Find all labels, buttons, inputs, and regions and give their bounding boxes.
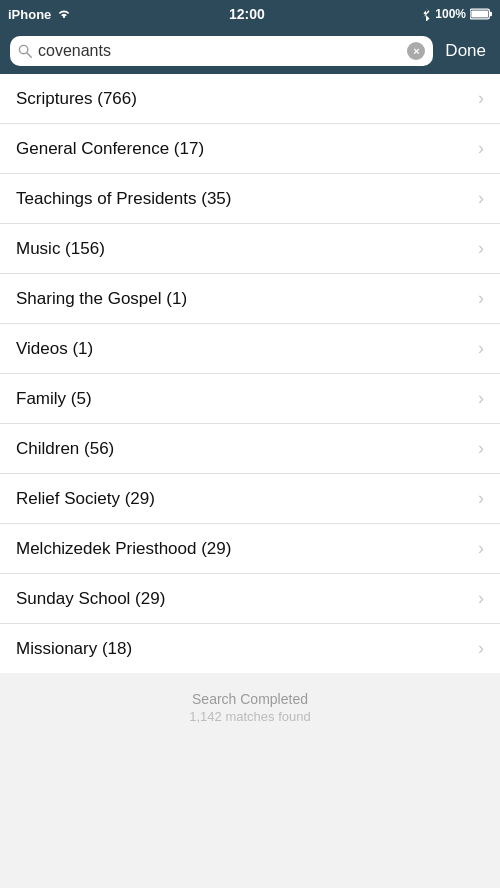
- battery-percentage: 100%: [435, 7, 466, 21]
- chevron-right-icon: ›: [478, 488, 484, 509]
- search-input-wrapper: ×: [10, 36, 433, 66]
- chevron-right-icon: ›: [478, 638, 484, 659]
- chevron-right-icon: ›: [478, 238, 484, 259]
- list-item[interactable]: Melchizedek Priesthood (29) ›: [0, 524, 500, 574]
- wifi-icon: [56, 8, 72, 20]
- status-right: 100%: [421, 7, 492, 21]
- bluetooth-icon: [421, 7, 431, 21]
- list-item-label: Scriptures (766): [16, 89, 137, 109]
- status-bar: iPhone 12:00 100%: [0, 0, 500, 28]
- list-item-label: Family (5): [16, 389, 92, 409]
- list-item-label: Children (56): [16, 439, 114, 459]
- chevron-right-icon: ›: [478, 288, 484, 309]
- list-item[interactable]: Children (56) ›: [0, 424, 500, 474]
- chevron-right-icon: ›: [478, 338, 484, 359]
- list-item-label: Videos (1): [16, 339, 93, 359]
- list-item[interactable]: Relief Society (29) ›: [0, 474, 500, 524]
- search-bar: × Done: [0, 28, 500, 74]
- list-item[interactable]: Videos (1) ›: [0, 324, 500, 374]
- list-item-label: Sunday School (29): [16, 589, 165, 609]
- list-item[interactable]: Sharing the Gospel (1) ›: [0, 274, 500, 324]
- status-left: iPhone: [8, 7, 72, 22]
- list-item[interactable]: Family (5) ›: [0, 374, 500, 424]
- search-clear-button[interactable]: ×: [407, 42, 425, 60]
- battery-icon: [470, 8, 492, 20]
- status-time: 12:00: [229, 6, 265, 22]
- list-item-label: Relief Society (29): [16, 489, 155, 509]
- chevron-right-icon: ›: [478, 438, 484, 459]
- search-icon: [18, 44, 32, 58]
- svg-point-3: [19, 45, 27, 53]
- svg-rect-2: [471, 10, 488, 17]
- done-button[interactable]: Done: [441, 41, 490, 61]
- footer-title: Search Completed: [10, 691, 490, 707]
- chevron-right-icon: ›: [478, 388, 484, 409]
- list-item[interactable]: Teachings of Presidents (35) ›: [0, 174, 500, 224]
- list-item[interactable]: Music (156) ›: [0, 224, 500, 274]
- carrier-label: iPhone: [8, 7, 51, 22]
- list-item-label: Missionary (18): [16, 639, 132, 659]
- svg-rect-1: [490, 12, 492, 16]
- list-item-label: Music (156): [16, 239, 105, 259]
- list-item-label: Melchizedek Priesthood (29): [16, 539, 231, 559]
- search-results-list: Scriptures (766) › General Conference (1…: [0, 74, 500, 673]
- footer-subtitle: 1,142 matches found: [10, 709, 490, 724]
- list-item-label: Teachings of Presidents (35): [16, 189, 231, 209]
- list-item-label: Sharing the Gospel (1): [16, 289, 187, 309]
- chevron-right-icon: ›: [478, 538, 484, 559]
- list-item[interactable]: General Conference (17) ›: [0, 124, 500, 174]
- list-item[interactable]: Sunday School (29) ›: [0, 574, 500, 624]
- svg-line-4: [27, 53, 31, 57]
- chevron-right-icon: ›: [478, 188, 484, 209]
- chevron-right-icon: ›: [478, 88, 484, 109]
- chevron-right-icon: ›: [478, 588, 484, 609]
- search-input[interactable]: [38, 42, 401, 60]
- search-footer: Search Completed 1,142 matches found: [0, 673, 500, 744]
- list-item-label: General Conference (17): [16, 139, 204, 159]
- chevron-right-icon: ›: [478, 138, 484, 159]
- list-item[interactable]: Missionary (18) ›: [0, 624, 500, 673]
- list-item[interactable]: Scriptures (766) ›: [0, 74, 500, 124]
